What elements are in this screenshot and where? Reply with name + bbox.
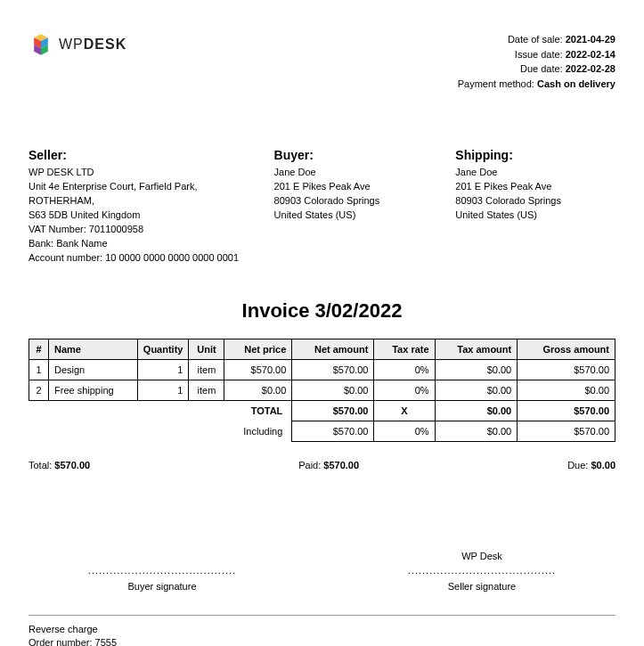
item-name: Free shipping — [49, 380, 138, 400]
signature-line: ........................................… — [82, 565, 242, 576]
footer-reverse-charge: Reverse charge — [29, 623, 615, 636]
col-net-price: Net price — [224, 339, 292, 359]
invoice-page: WPDESK Date of sale: 2021-04-29 Issue da… — [0, 0, 644, 646]
meta-block: Date of sale: 2021-04-29 Issue date: 202… — [458, 32, 615, 91]
seller-heading: Seller: — [29, 148, 253, 162]
date-of-sale-label: Date of sale: — [508, 34, 563, 45]
buyer-signature-name — [82, 551, 242, 563]
summary-total: Total: $570.00 — [29, 460, 90, 470]
seller-signature-name: WP Desk — [402, 551, 562, 563]
summary-due: Due: $0.00 — [567, 460, 615, 470]
col-tax-rate: Tax rate — [374, 339, 435, 359]
item-qty: 1 — [137, 380, 189, 400]
col-tax-amount: Tax amount — [435, 339, 518, 359]
seller-address2: S63 5DB United Kingdom — [29, 209, 253, 223]
table-row: 1 Design 1 item $570.00 $570.00 0% $0.00… — [29, 359, 615, 380]
logo: WPDESK — [29, 32, 126, 57]
item-gross: $0.00 — [518, 380, 615, 400]
item-net-amount: $0.00 — [292, 380, 374, 400]
issue-date-value: 2022-02-14 — [566, 49, 615, 60]
logo-text-light: WP — [59, 37, 84, 52]
seller-account: Account number: 10 0000 0000 0000 0000 0… — [29, 251, 253, 266]
item-unit: item — [189, 359, 224, 380]
item-net-price: $570.00 — [224, 359, 292, 380]
item-qty: 1 — [137, 359, 189, 380]
logo-text-bold: DESK — [84, 37, 126, 52]
including-tax: $0.00 — [435, 421, 518, 441]
due-date-value: 2022-02-28 — [566, 63, 615, 74]
item-net-amount: $570.00 — [292, 359, 374, 380]
issue-date-label: Issue date: — [515, 49, 563, 60]
buyer-address1: 201 E Pikes Peak Ave — [274, 180, 435, 194]
seller-bank: Bank: Bank Name — [29, 237, 253, 251]
total-tax: $0.00 — [435, 400, 518, 421]
seller-address1: Unit 4e Enterprise Court, Farfield Park,… — [29, 180, 253, 209]
col-unit: Unit — [189, 339, 224, 359]
summary-paid: Paid: $570.00 — [298, 460, 359, 470]
item-net-price: $0.00 — [224, 380, 292, 400]
shipping-block: Shipping: Jane Doe 201 E Pikes Peak Ave … — [455, 148, 615, 266]
seller-block: Seller: WP DESK LTD Unit 4e Enterprise C… — [29, 148, 253, 266]
item-name: Design — [49, 359, 138, 380]
item-tax-rate: 0% — [374, 359, 435, 380]
wpdesk-logo-icon — [29, 32, 53, 57]
including-gross: $570.00 — [518, 421, 615, 441]
buyer-name: Jane Doe — [274, 166, 435, 180]
shipping-heading: Shipping: — [455, 148, 615, 162]
buyer-country: United States (US) — [274, 209, 435, 223]
shipping-name: Jane Doe — [455, 166, 615, 180]
item-tax-amount: $0.00 — [435, 380, 518, 400]
total-gross: $570.00 — [518, 400, 615, 421]
buyer-block: Buyer: Jane Doe 201 E Pikes Peak Ave 809… — [274, 148, 435, 266]
logo-text: WPDESK — [59, 37, 126, 53]
parties: Seller: WP DESK LTD Unit 4e Enterprise C… — [29, 148, 615, 266]
col-quantity: Quantity — [137, 339, 189, 359]
item-num: 1 — [29, 359, 49, 380]
total-label: TOTAL — [224, 400, 292, 421]
item-tax-rate: 0% — [374, 380, 435, 400]
item-num: 2 — [29, 380, 49, 400]
footer-order-number: Order number: 7555 — [29, 636, 615, 646]
footer-notes: Reverse charge Order number: 7555 — [29, 623, 615, 646]
payment-method-value: Cash on delivery — [537, 78, 615, 89]
including-net: $570.00 — [292, 421, 374, 441]
signatures: ........................................… — [29, 551, 615, 592]
buyer-heading: Buyer: — [274, 148, 435, 162]
payment-method-label: Payment method: — [458, 78, 534, 89]
signature-line: ........................................… — [402, 565, 562, 576]
seller-name: WP DESK LTD — [29, 166, 253, 180]
footer-rule — [29, 615, 615, 616]
col-num: # — [29, 339, 49, 359]
date-of-sale-value: 2021-04-29 — [566, 34, 615, 45]
including-label: Including — [224, 421, 292, 441]
total-row: TOTAL $570.00 X $0.00 $570.00 — [29, 400, 615, 421]
invoice-title: Invoice 3/02/2022 — [29, 299, 615, 323]
table-row: 2 Free shipping 1 item $0.00 $0.00 0% $0… — [29, 380, 615, 400]
seller-vat: VAT Number: 7011000958 — [29, 223, 253, 237]
buyer-address2: 80903 Colorado Springs — [274, 194, 435, 209]
summary-row: Total: $570.00 Paid: $570.00 Due: $0.00 — [29, 460, 615, 470]
due-date-label: Due date: — [520, 63, 563, 74]
item-gross: $570.00 — [518, 359, 615, 380]
col-net-amount: Net amount — [292, 339, 374, 359]
seller-signature-label: Seller signature — [402, 581, 562, 592]
buyer-signature: ........................................… — [82, 551, 242, 592]
shipping-country: United States (US) — [455, 209, 615, 223]
item-tax-amount: $0.00 — [435, 359, 518, 380]
table-header-row: # Name Quantity Unit Net price Net amoun… — [29, 339, 615, 359]
total-net: $570.00 — [292, 400, 374, 421]
item-unit: item — [189, 380, 224, 400]
buyer-signature-label: Buyer signature — [82, 581, 242, 592]
shipping-address1: 201 E Pikes Peak Ave — [455, 180, 615, 194]
col-gross-amount: Gross amount — [518, 339, 615, 359]
items-table: # Name Quantity Unit Net price Net amoun… — [29, 339, 615, 442]
seller-signature: WP Desk ................................… — [402, 551, 562, 592]
shipping-address2: 80903 Colorado Springs — [455, 194, 615, 209]
including-tax-rate: 0% — [374, 421, 435, 441]
header: WPDESK Date of sale: 2021-04-29 Issue da… — [29, 32, 615, 91]
col-name: Name — [49, 339, 138, 359]
total-tax-rate: X — [374, 400, 435, 421]
including-row: Including $570.00 0% $0.00 $570.00 — [29, 421, 615, 441]
